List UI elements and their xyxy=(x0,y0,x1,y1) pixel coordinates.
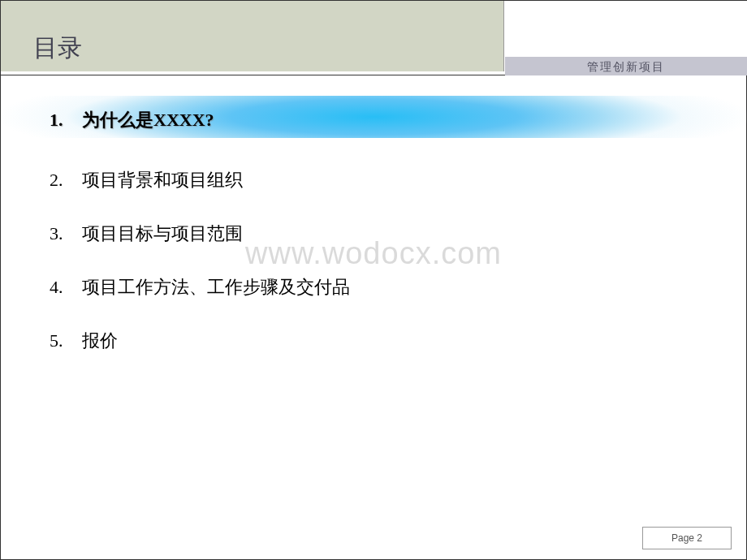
content-area: 1. 为什么是XXXX? 2. 项目背景和项目组织 3. 项目目标与项目范围 4… xyxy=(1,75,746,353)
toc-item-5: 5. 报价 xyxy=(50,329,697,353)
slide-header: 目录 管理创新项目 xyxy=(1,1,746,75)
toc-number: 3. xyxy=(50,223,82,244)
toc-text: 为什么是XXXX? xyxy=(82,108,214,132)
toc-item-2: 2. 项目背景和项目组织 xyxy=(50,168,697,192)
toc-text: 项目目标与项目范围 xyxy=(82,222,243,246)
page-number-label: Page 2 xyxy=(671,532,702,544)
toc-text: 项目工作方法、工作步骤及交付品 xyxy=(82,275,350,299)
toc-text: 报价 xyxy=(82,329,118,353)
toc-number: 4. xyxy=(50,277,82,298)
toc-number: 1. xyxy=(50,110,82,131)
toc-item-1: 1. 为什么是XXXX? xyxy=(50,108,697,132)
header-subtitle: 管理创新项目 xyxy=(505,57,747,76)
header-right-top-panel xyxy=(505,1,747,56)
slide-container: 目录 管理创新项目 1. 为什么是XXXX? 2. 项目背景和项目组织 3. 项… xyxy=(0,0,747,560)
toc-number: 5. xyxy=(50,330,82,351)
toc-text: 项目背景和项目组织 xyxy=(82,168,243,192)
toc-number: 2. xyxy=(50,170,82,191)
page-title: 目录 xyxy=(33,32,82,65)
header-left-panel: 目录 xyxy=(1,1,504,71)
header-right-bottom-panel: 管理创新项目 xyxy=(505,56,747,75)
toc-item-4: 4. 项目工作方法、工作步骤及交付品 xyxy=(50,275,697,299)
toc-item-3: 3. 项目目标与项目范围 xyxy=(50,222,697,246)
toc-list: 1. 为什么是XXXX? 2. 项目背景和项目组织 3. 项目目标与项目范围 4… xyxy=(50,108,697,353)
page-footer: Page 2 xyxy=(642,527,732,549)
